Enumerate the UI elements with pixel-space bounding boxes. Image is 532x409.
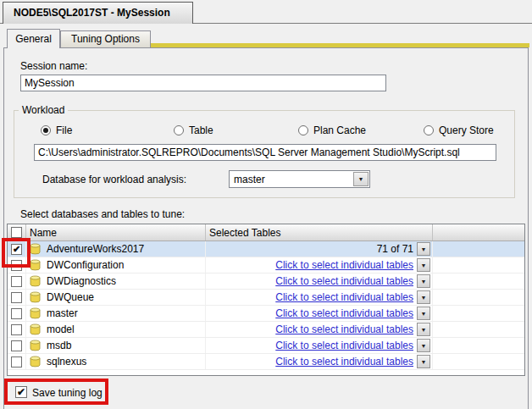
dta-session-window: NODE5\SQL2017ST - MySession General Tuni… — [0, 0, 532, 409]
database-checkbox[interactable] — [11, 260, 22, 271]
database-row-dwqueue[interactable]: DWQueueClick to select individual tables… — [8, 290, 524, 306]
database-row-model[interactable]: modelClick to select individual tables▼ — [8, 322, 524, 338]
radio-circle-icon — [174, 125, 184, 135]
tab-tuning-options[interactable]: Tuning Options — [60, 30, 151, 47]
selected-tables-cell: Click to select individual tables▼ — [206, 322, 433, 337]
select-individual-tables-link[interactable]: Click to select individual tables — [275, 307, 413, 319]
database-checkbox-cell — [8, 338, 26, 353]
grid-body: ✔AdventureWorks201771 of 71▼DWConfigurat… — [8, 241, 524, 370]
tables-dropdown-button[interactable]: ▼ — [417, 274, 430, 288]
session-document-tab[interactable]: NODE5\SQL2017ST - MySession — [3, 2, 193, 24]
column-header-selected-tables[interactable]: Selected Tables — [206, 224, 433, 240]
selected-tables-cell: Click to select individual tables▼ — [206, 290, 433, 305]
row-filler — [433, 322, 524, 337]
database-row-dwconfiguration[interactable]: DWConfigurationClick to select individua… — [8, 257, 524, 274]
select-all-checkbox[interactable] — [11, 227, 22, 238]
selected-tables-cell: Click to select individual tables▼ — [206, 306, 433, 321]
database-name-cell: DWQueue — [26, 290, 206, 305]
database-name-cell: msdb — [26, 338, 206, 353]
database-row-adventureworks2017[interactable]: ✔AdventureWorks201771 of 71▼ — [8, 241, 524, 257]
database-name: model — [47, 323, 75, 335]
database-checkbox-cell: ✔ — [8, 241, 26, 257]
select-individual-tables-link[interactable]: Click to select individual tables — [275, 323, 413, 335]
database-name: sqlnexus — [47, 356, 86, 368]
databases-grid: Name Selected Tables ✔AdventureWorks2017… — [7, 224, 525, 376]
selected-tables-cell: Click to select individual tables▼ — [206, 338, 433, 353]
database-icon — [30, 291, 42, 303]
database-name-cell: master — [26, 306, 206, 321]
chevron-down-icon[interactable]: ▼ — [353, 172, 369, 186]
radio-plan-cache[interactable]: Plan Cache — [298, 124, 366, 136]
select-individual-tables-link[interactable]: Click to select individual tables — [275, 275, 413, 287]
column-header-name[interactable]: Name — [26, 224, 206, 240]
database-icon — [30, 340, 42, 351]
database-checkbox[interactable] — [11, 356, 22, 368]
database-checkbox[interactable] — [11, 308, 22, 319]
radio-table[interactable]: Table — [174, 124, 213, 136]
database-checkbox[interactable] — [11, 292, 22, 303]
grid-header-row: Name Selected Tables — [8, 224, 524, 241]
row-filler — [433, 290, 524, 305]
tables-dropdown-button[interactable]: ▼ — [417, 323, 430, 336]
database-name-cell: DWDiagnostics — [26, 274, 206, 289]
selected-tables-count: 71 of 71 — [377, 243, 413, 255]
session-name-input[interactable] — [20, 75, 386, 91]
tabstrip-accent-bar — [151, 43, 529, 47]
database-name-cell: DWConfiguration — [26, 257, 206, 273]
tables-dropdown-button[interactable]: ▼ — [417, 242, 430, 256]
database-checkbox[interactable] — [11, 324, 22, 335]
select-individual-tables-link[interactable]: Click to select individual tables — [275, 340, 413, 351]
database-row-sqlnexus[interactable]: sqlnexusClick to select individual table… — [8, 354, 524, 370]
database-icon — [30, 307, 42, 319]
database-row-master[interactable]: masterClick to select individual tables▼ — [8, 306, 524, 322]
workload-group-label: Workload — [19, 104, 68, 116]
database-checkbox-cell — [8, 290, 26, 305]
database-icon — [30, 356, 42, 368]
select-databases-label: Select databases and tables to tune: — [20, 208, 185, 220]
save-tuning-log-checkbox[interactable]: ✔ — [15, 386, 27, 398]
radio-file[interactable]: File — [41, 124, 72, 136]
session-name-label: Session name: — [20, 60, 87, 72]
selected-tables-cell: Click to select individual tables▼ — [206, 354, 433, 369]
database-checkbox[interactable] — [11, 340, 22, 351]
tables-dropdown-button[interactable]: ▼ — [417, 339, 430, 352]
select-individual-tables-link[interactable]: Click to select individual tables — [275, 356, 413, 368]
radio-label: File — [56, 124, 72, 136]
database-name-cell: sqlnexus — [26, 354, 206, 369]
database-checkbox-cell — [8, 306, 26, 321]
database-name: DWConfiguration — [47, 259, 124, 271]
row-filler — [433, 257, 524, 273]
radio-query-store[interactable]: Query Store — [424, 124, 494, 136]
database-name-cell: model — [26, 322, 206, 337]
selected-tables-cell: 71 of 71▼ — [206, 241, 433, 257]
database-row-dwdiagnostics[interactable]: DWDiagnosticsClick to select individual … — [8, 274, 524, 290]
database-icon — [30, 243, 42, 255]
database-icon — [30, 275, 42, 287]
workload-radio-group: FileTablePlan CacheQuery Store — [0, 124, 532, 138]
workload-file-path-input[interactable] — [34, 144, 496, 161]
select-individual-tables-link[interactable]: Click to select individual tables — [275, 291, 413, 303]
session-document-tab-label: NODE5\SQL2017ST - MySession — [14, 7, 170, 19]
row-filler — [433, 241, 524, 257]
database-checkbox[interactable] — [11, 276, 22, 287]
grid-header-checkbox-cell — [8, 224, 26, 240]
database-icon — [30, 259, 42, 271]
database-row-msdb[interactable]: msdbClick to select individual tables▼ — [8, 338, 524, 354]
database-name: msdb — [47, 340, 71, 351]
save-tuning-log-label: Save tuning log — [32, 387, 103, 399]
tab-general[interactable]: General — [7, 29, 60, 48]
tables-dropdown-button[interactable]: ▼ — [417, 355, 430, 368]
tables-dropdown-button[interactable]: ▼ — [417, 258, 430, 272]
database-for-analysis-combobox[interactable]: master ▼ — [229, 170, 370, 188]
database-name: DWDiagnostics — [47, 275, 116, 287]
column-header-filler — [433, 224, 524, 240]
database-name: DWQueue — [47, 291, 94, 303]
selected-tables-cell: Click to select individual tables▼ — [206, 274, 433, 289]
document-tabbar: NODE5\SQL2017ST - MySession — [0, 0, 532, 24]
tables-dropdown-button[interactable]: ▼ — [417, 307, 430, 320]
database-checkbox[interactable]: ✔ — [11, 244, 22, 255]
select-individual-tables-link[interactable]: Click to select individual tables — [275, 259, 413, 271]
tables-dropdown-button[interactable]: ▼ — [417, 290, 430, 304]
database-icon — [30, 323, 42, 335]
database-name-cell: AdventureWorks2017 — [26, 241, 206, 257]
